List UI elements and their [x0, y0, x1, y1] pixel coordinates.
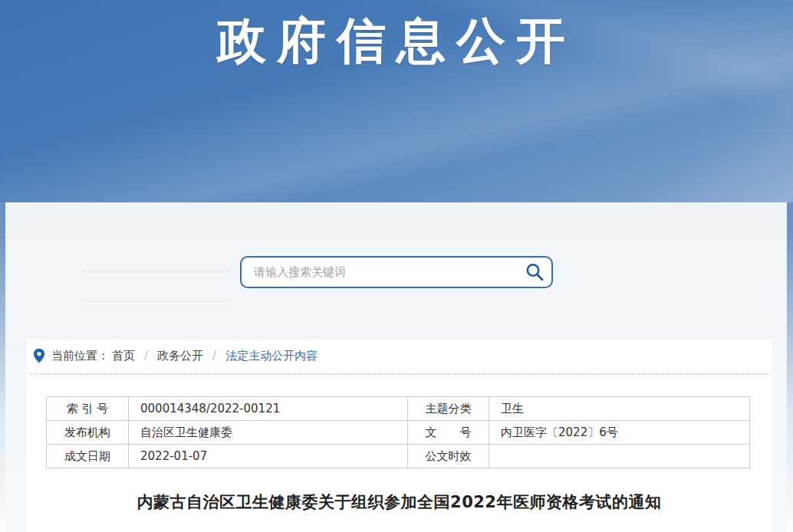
- table-row: 成文日期 2022-01-07 公文时效: [47, 445, 750, 468]
- meta-label-written-date: 成文日期: [47, 445, 129, 468]
- content-panel: 当前位置： 首页 / 政务公开 / 法定主动公开内容 索 引 号 0000143…: [5, 202, 787, 532]
- meta-value-index-number: 000014348/2022-00121: [129, 397, 408, 421]
- breadcrumb: 当前位置： 首页 / 政务公开 / 法定主动公开内容: [30, 344, 764, 367]
- divider-line: [82, 301, 230, 302]
- breadcrumb-separator: /: [144, 349, 148, 363]
- breadcrumb-item-gov-disclosure[interactable]: 政务公开: [157, 349, 203, 363]
- search-button[interactable]: [518, 258, 551, 287]
- meta-value-topic-category: 卫生: [489, 397, 750, 421]
- article-title: 内蒙古自治区卫生健康委关于组织参加全国2022年医师资格考试的通知: [27, 491, 772, 513]
- table-row: 发布机构 自治区卫生健康委 文 号 内卫医字〔2022〕6号: [47, 421, 750, 445]
- meta-value-doc-number: 内卫医字〔2022〕6号: [489, 421, 750, 445]
- article-card: 当前位置： 首页 / 政务公开 / 法定主动公开内容 索 引 号 0000143…: [27, 340, 772, 532]
- dotted-divider: [30, 373, 768, 375]
- meta-label-index-number: 索 引 号: [47, 397, 129, 421]
- location-pin-icon: [33, 348, 45, 363]
- search-box: [240, 256, 553, 288]
- meta-label-doc-number: 文 号: [408, 421, 489, 445]
- table-row: 索 引 号 000014348/2022-00121 主题分类 卫生: [47, 397, 750, 421]
- breadcrumb-label: 当前位置：: [51, 349, 109, 363]
- breadcrumb-separator: /: [212, 349, 216, 363]
- search-icon: [524, 261, 545, 283]
- meta-value-written-date: 2022-01-07: [129, 445, 408, 468]
- page-title: 政府信息公开: [0, 14, 793, 67]
- document-meta-table: 索 引 号 000014348/2022-00121 主题分类 卫生 发布机构 …: [46, 396, 750, 468]
- divider-line: [82, 270, 230, 271]
- meta-label-validity: 公文时效: [408, 445, 489, 468]
- meta-label-topic-category: 主题分类: [408, 397, 489, 421]
- header-banner: 政府信息公开: [0, 0, 793, 202]
- breadcrumb-item-current[interactable]: 法定主动公开内容: [225, 349, 318, 363]
- meta-value-validity: [489, 445, 750, 468]
- breadcrumb-item-home[interactable]: 首页: [112, 349, 135, 363]
- page-root: 政府信息公开: [0, 0, 793, 532]
- search-input[interactable]: [242, 258, 518, 286]
- meta-value-issuing-agency: 自治区卫生健康委: [129, 421, 408, 445]
- meta-label-issuing-agency: 发布机构: [47, 421, 129, 445]
